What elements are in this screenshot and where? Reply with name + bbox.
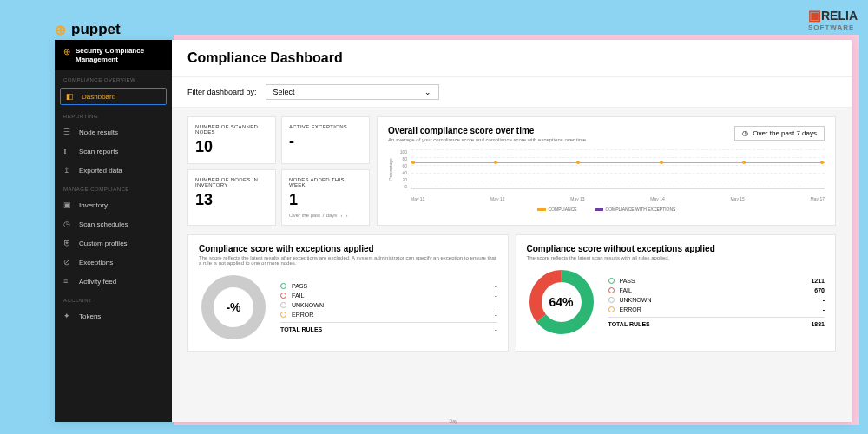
sidebar-item-label: Exceptions (79, 259, 113, 266)
puppet-icon: ⊕ (63, 47, 70, 56)
sidebar-item-activity-feed[interactable]: ≡ Activity feed (55, 272, 172, 291)
chart-title: Overall compliance score over time (388, 126, 586, 135)
stat-label: NUMBER OF SCANNED NODES (195, 124, 268, 135)
prev-icon[interactable]: ‹ (340, 213, 342, 218)
score-without-exceptions-card: Compliance score without exceptions appl… (516, 234, 837, 352)
overtime-chart-card: Overall compliance score over time An av… (377, 116, 836, 226)
legend-total: TOTAL RULES (280, 326, 490, 332)
chart-icon: ⫾ (63, 147, 72, 155)
score-subtitle: The score reflects the latest results af… (199, 255, 497, 266)
stat-nodes-added: NODES ADDED THIS WEEK 1 Over the past 7 … (281, 169, 370, 226)
upload-icon: ↥ (63, 166, 72, 174)
dashboard-icon: ◧ (66, 92, 75, 101)
clock-icon: ◷ (742, 129, 748, 137)
legend-exceptions: COMPLIANCE WITH EXCEPTIONS (606, 207, 676, 212)
sidebar-item-label: Activity feed (79, 278, 116, 286)
stat-active-exceptions: ACTIVE EXCEPTIONS - (281, 116, 370, 164)
relia-logo: ▣RELIASOFTWARE (808, 7, 858, 31)
sidebar-item-label: Scan schedules (79, 220, 128, 228)
page-title: Compliance Dashboard (187, 50, 836, 66)
stat-subtext: Over the past 7 days (289, 213, 337, 218)
puppet-logo: ⊕ puppet (55, 21, 121, 38)
legend-compliance: COMPLIANCE (549, 207, 577, 212)
score-with-exceptions-card: Compliance score with exceptions applied… (187, 234, 509, 352)
time-range-select[interactable]: ◷ Over the past 7 days (734, 126, 825, 141)
sidebar-item-exceptions[interactable]: ⊘ Exceptions (55, 253, 172, 272)
exception-icon: ⊘ (63, 258, 72, 266)
key-icon: ✦ (63, 312, 72, 320)
stat-value: - (289, 133, 362, 151)
sidebar-item-exported-data[interactable]: ↥ Exported data (55, 161, 172, 180)
stat-label: NODES ADDED THIS WEEK (289, 177, 362, 187)
line-chart: Percentage 100806040200 (388, 149, 825, 201)
donut-chart: 64% (527, 267, 596, 337)
chart-subtitle: An average of your compliance score and … (388, 137, 586, 142)
puppet-icon: ⊕ (55, 22, 66, 38)
sidebar-item-label: Node results (79, 128, 118, 136)
section-reporting: REPORTING (55, 107, 172, 122)
section-account: ACCOUNT (55, 291, 172, 306)
sidebar-item-label: Dashboard (82, 93, 115, 101)
clock-icon: ◷ (63, 220, 72, 228)
legend-pass: PASS (620, 278, 806, 284)
sidebar-title: Security Compliance Management (76, 47, 163, 63)
stat-value: 10 (195, 138, 268, 156)
sidebar-item-inventory[interactable]: ▣ Inventory (55, 195, 172, 214)
legend-error: ERROR (620, 306, 818, 312)
next-icon[interactable]: › (345, 213, 347, 218)
sidebar-item-custom-profiles[interactable]: ⛨ Custom profiles (55, 233, 172, 253)
box-icon: ▣ (63, 201, 72, 209)
score-subtitle: The score reflects the latest scan resul… (527, 255, 825, 260)
shield-icon: ⛨ (63, 239, 72, 247)
sidebar-item-label: Inventory (79, 201, 108, 209)
stat-value: 13 (195, 191, 268, 209)
legend-unknown: UNKNOWN (620, 297, 818, 303)
sidebar-item-label: Scan reports (79, 148, 118, 155)
stat-label: ACTIVE EXCEPTIONS (289, 124, 362, 129)
sidebar-item-tokens[interactable]: ✦ Tokens (55, 306, 172, 326)
stat-label: NUMBER OF NODES IN INVENTORY (195, 177, 268, 187)
donut-chart-empty: -% (199, 273, 268, 342)
legend-fail: FAIL (292, 293, 490, 299)
time-range-label: Over the past 7 days (753, 129, 817, 137)
legend-total: TOTAL RULES (608, 321, 806, 327)
sidebar-item-dashboard[interactable]: ◧ Dashboard (60, 88, 167, 105)
stat-value: 1 (289, 191, 362, 209)
page-header: Compliance Dashboard (172, 40, 852, 77)
filter-row: Filter dashboard by: Select (172, 77, 852, 108)
sidebar-item-label: Exported data (79, 167, 122, 174)
score-title: Compliance score without exceptions appl… (527, 244, 825, 253)
list-icon: ☰ (63, 128, 72, 136)
stat-scanned-nodes: NUMBER OF SCANNED NODES 10 (187, 116, 276, 164)
sidebar: ⊕ Security Compliance Management COMPLIA… (55, 40, 172, 422)
sidebar-item-scan-reports[interactable]: ⫾ Scan reports (55, 141, 172, 161)
score-title: Compliance score with exceptions applied (199, 244, 497, 253)
x-axis-label: Day (450, 418, 457, 422)
legend-error: ERROR (292, 312, 490, 318)
sidebar-item-scan-schedules[interactable]: ◷ Scan schedules (55, 214, 172, 233)
feed-icon: ≡ (63, 277, 72, 286)
section-overview: COMPLIANCE OVERVIEW (55, 70, 172, 86)
legend-unknown: UNKNOWN (292, 302, 490, 308)
sidebar-header: ⊕ Security Compliance Management (55, 40, 172, 70)
section-manage: MANAGE COMPLIANCE (55, 180, 172, 195)
main: Compliance Dashboard Filter dashboard by… (172, 40, 852, 422)
donut-value: 64% (549, 295, 573, 309)
legend-fail: FAIL (620, 287, 810, 293)
legend-pass: PASS (292, 283, 490, 289)
sidebar-item-label: Custom profiles (79, 240, 128, 247)
sidebar-item-label: Tokens (79, 312, 101, 320)
sidebar-item-node-results[interactable]: ☰ Node results (55, 122, 172, 141)
app-window: ⊕ Security Compliance Management COMPLIA… (55, 40, 852, 422)
stat-inventory-nodes: NUMBER OF NODES IN INVENTORY 13 (187, 169, 276, 226)
filter-select[interactable]: Select (266, 84, 439, 100)
donut-value: -% (226, 300, 240, 314)
filter-label: Filter dashboard by: (187, 88, 257, 96)
